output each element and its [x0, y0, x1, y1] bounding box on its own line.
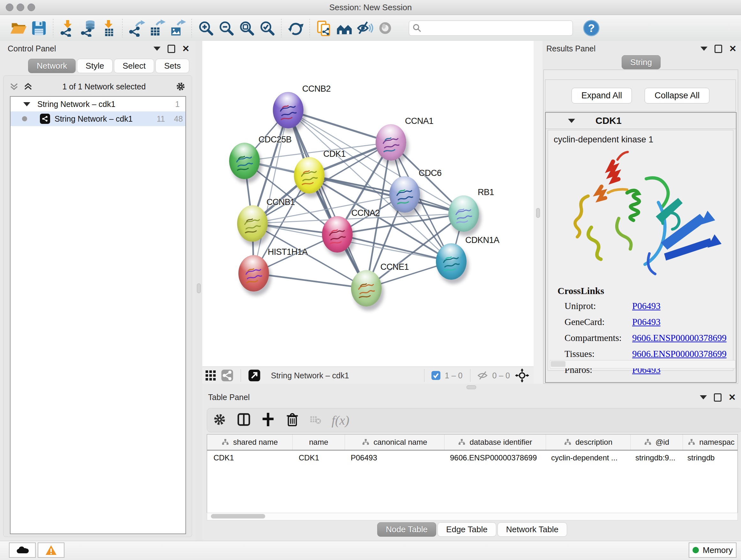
- splitter-grip[interactable]: [536, 208, 540, 218]
- table-row[interactable]: CDK1CDK1P064939606.ENSP00000378699cyclin…: [207, 450, 738, 465]
- column-header-description[interactable]: description: [546, 435, 630, 450]
- tab-select[interactable]: Select: [114, 59, 154, 73]
- float-panel-icon[interactable]: [715, 45, 722, 53]
- close-panel-icon[interactable]: ✕: [729, 46, 737, 52]
- cell-description[interactable]: cyclin-dependent ...: [545, 453, 629, 462]
- float-panel-icon[interactable]: [167, 45, 175, 53]
- results-hscrollbar[interactable]: [550, 360, 736, 368]
- expand-all-button[interactable]: Expand All: [571, 88, 632, 104]
- close-panel-icon[interactable]: ✕: [729, 394, 736, 401]
- memory-button[interactable]: Memory: [689, 543, 737, 558]
- network-node-cdc6[interactable]: [389, 176, 420, 212]
- crosslink-link[interactable]: 9606.ENSP00000378699: [632, 349, 727, 359]
- cloud-status-button[interactable]: [9, 543, 36, 558]
- column-header--id[interactable]: @id: [630, 435, 683, 450]
- zoom-out-icon[interactable]: [216, 18, 237, 38]
- warnings-button[interactable]: [38, 543, 64, 558]
- add-column-icon[interactable]: [261, 412, 275, 428]
- right-splitter[interactable]: [534, 41, 542, 384]
- network-node-ccna1[interactable]: [376, 124, 406, 161]
- crosslink-label: Tissues:: [564, 349, 632, 359]
- selected-checkbox-icon[interactable]: [429, 365, 442, 386]
- crosslink-link[interactable]: 9606.ENSP00000378699: [632, 333, 727, 343]
- network-collection-row[interactable]: String Network – cdk1 1: [10, 97, 185, 111]
- show-columns-icon[interactable]: [237, 412, 251, 428]
- column-header-namespac[interactable]: namespac: [683, 435, 738, 450]
- collection-expand-icon[interactable]: [23, 102, 30, 106]
- crosslink-link[interactable]: P06493: [632, 317, 661, 327]
- clone-network-icon[interactable]: [314, 18, 334, 38]
- panel-menu-icon[interactable]: [700, 395, 707, 399]
- cell--id[interactable]: stringdb:9...: [629, 453, 681, 462]
- panel-menu-icon[interactable]: [700, 47, 708, 51]
- gear-icon[interactable]: [175, 81, 186, 92]
- pan-crosshair-icon[interactable]: [513, 365, 532, 386]
- tab-edge-table[interactable]: Edge Table: [437, 522, 496, 537]
- import-table-file-icon[interactable]: [98, 18, 118, 38]
- network-row[interactable]: String Network – cdk1 11 48: [10, 111, 185, 126]
- splitter-grip[interactable]: [467, 385, 476, 389]
- search-input[interactable]: [422, 23, 569, 33]
- cell-name[interactable]: CDK1: [292, 453, 344, 462]
- float-panel-icon[interactable]: [714, 393, 722, 401]
- open-session-icon[interactable]: [8, 18, 29, 38]
- network-node-cdc25b[interactable]: [229, 143, 260, 179]
- birds-eye-view-icon[interactable]: [246, 365, 263, 386]
- tab-sets[interactable]: Sets: [155, 59, 189, 73]
- horizontal-splitter[interactable]: [202, 384, 741, 390]
- zoom-selected-icon[interactable]: [257, 18, 277, 38]
- zoom-in-icon[interactable]: [196, 18, 216, 38]
- network-share-icon[interactable]: [219, 365, 235, 386]
- cell-namespac[interactable]: stringdb: [681, 453, 738, 462]
- help-icon[interactable]: ?: [581, 18, 602, 38]
- network-node-ccne1[interactable]: [351, 270, 382, 307]
- close-panel-icon[interactable]: ✕: [182, 46, 190, 52]
- splitter-grip[interactable]: [197, 284, 201, 293]
- export-table-icon[interactable]: [147, 18, 167, 38]
- table-hscrollbar[interactable]: [207, 513, 738, 520]
- search-field[interactable]: [409, 20, 573, 36]
- network-node-ccnb2[interactable]: [273, 92, 304, 128]
- import-network-file-icon[interactable]: [57, 18, 77, 38]
- network-node-ccnb1[interactable]: [237, 205, 268, 242]
- network-node-cdk1[interactable]: [294, 157, 325, 193]
- grid-view-icon[interactable]: [202, 365, 219, 386]
- hide-selected-icon[interactable]: [354, 18, 375, 38]
- delete-column-trash-icon[interactable]: [285, 412, 300, 428]
- cell-database-identifier[interactable]: 9606.ENSP00000378699: [444, 453, 545, 462]
- table-settings-gear-icon[interactable]: [212, 412, 227, 428]
- collapse-all-button[interactable]: Collapse All: [645, 88, 710, 104]
- collapse-all-icon[interactable]: [23, 82, 33, 91]
- tab-string[interactable]: String: [622, 55, 661, 69]
- network-node-cdkn1a[interactable]: [436, 243, 467, 280]
- cell-canonical-name[interactable]: P06493: [344, 453, 444, 462]
- tab-network-table[interactable]: Network Table: [497, 522, 567, 537]
- fit-content-icon[interactable]: [237, 18, 257, 38]
- tab-network[interactable]: Network: [28, 59, 76, 73]
- show-all-icon[interactable]: [375, 18, 395, 38]
- left-splitter[interactable]: [195, 41, 202, 541]
- panel-menu-icon[interactable]: [153, 47, 160, 51]
- tab-style[interactable]: Style: [77, 59, 113, 73]
- expand-all-icon[interactable]: [9, 82, 19, 91]
- network-view[interactable]: CCNB2CCNA1CDC25BCDK1CDC6RB1CCNB1CCNA2CDK…: [202, 41, 534, 367]
- save-session-icon[interactable]: [29, 18, 49, 38]
- network-node-hist1h1a[interactable]: [239, 255, 269, 292]
- network-node-ccna2[interactable]: [322, 216, 353, 253]
- node-table[interactable]: shared namenamecanonical namedatabase id…: [207, 434, 738, 513]
- crosslink-link[interactable]: P06493: [632, 301, 661, 311]
- first-neighbors-icon[interactable]: [334, 18, 354, 38]
- export-network-icon[interactable]: [126, 18, 147, 38]
- tab-node-table[interactable]: Node Table: [377, 522, 436, 537]
- cell-shared-name[interactable]: CDK1: [207, 453, 292, 462]
- scrollbar-thumb[interactable]: [211, 514, 265, 518]
- refresh-icon[interactable]: [285, 18, 306, 38]
- import-network-database-icon[interactable]: [77, 18, 98, 38]
- column-header-canonical-name[interactable]: canonical name: [345, 435, 445, 450]
- network-node-rb1[interactable]: [448, 195, 479, 232]
- column-header-shared-name[interactable]: shared name: [207, 435, 293, 450]
- column-header-database-identifier[interactable]: database identifier: [445, 435, 546, 450]
- export-image-icon[interactable]: [167, 18, 188, 38]
- column-header-name[interactable]: name: [293, 435, 345, 450]
- collapse-entry-icon[interactable]: [568, 119, 575, 123]
